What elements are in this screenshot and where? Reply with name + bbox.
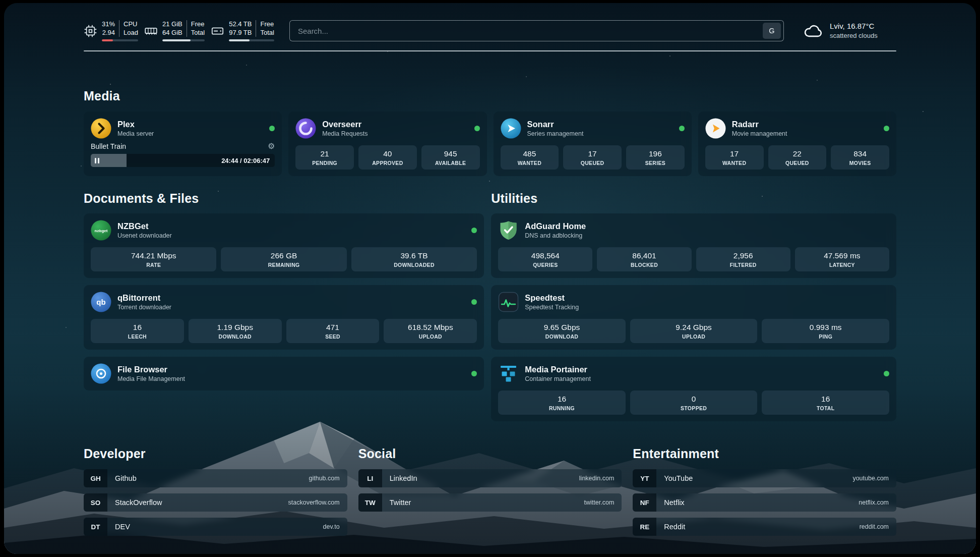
- bookmarks-entertainment: Entertainment YT YouTube youtube.com NF …: [633, 447, 896, 536]
- bookmark-name: Netflix: [656, 493, 684, 512]
- section-title-developer: Developer: [84, 447, 347, 461]
- playback-time: 24:44 / 02:06:47: [221, 157, 270, 164]
- bookmark-netflix[interactable]: NF Netflix netflix.com: [633, 493, 896, 512]
- bookmark-name: YouTube: [656, 469, 693, 487]
- app-name: Media Portainer: [525, 364, 878, 375]
- app-card-adguard[interactable]: AdGuard Home DNS and adblocking 498,564Q…: [491, 213, 896, 278]
- bookmark-name: Github: [107, 469, 137, 487]
- bookmark-name: StackOverflow: [107, 493, 162, 512]
- sonarr-icon: [501, 118, 521, 139]
- bookmark-abbr: TW: [358, 493, 382, 512]
- app-subtitle: Media File Management: [117, 375, 465, 383]
- app-subtitle: DNS and adblocking: [525, 232, 889, 240]
- app-subtitle: Movie management: [732, 130, 878, 138]
- stat-box: 39.6 TBDOWNLOADED: [351, 247, 477, 271]
- app-card-qbittorrent[interactable]: qb qBittorrent Torrent downloader 16LEEC…: [84, 285, 484, 350]
- stat-box: 834MOVIES: [831, 145, 889, 170]
- stat-box: 744.21 MbpsRATE: [91, 247, 216, 271]
- app-subtitle: Usenet downloader: [117, 232, 465, 240]
- stat-box: 86,401BLOCKED: [597, 247, 691, 271]
- section-title-utilities: Utilities: [491, 191, 896, 206]
- bookmark-name: Twitter: [382, 493, 411, 512]
- app-card-sonarr[interactable]: Sonarr Series management 485WANTED 17QUE…: [494, 112, 692, 176]
- search-engine-button[interactable]: G: [763, 23, 781, 39]
- bookmark-twitter[interactable]: TW Twitter twitter.com: [358, 493, 622, 512]
- cpu-load: 2.94: [102, 29, 115, 37]
- cpu-icon: [84, 24, 97, 38]
- storage-total: 97.9 TB: [229, 29, 252, 37]
- memory-usage-bar: [162, 39, 205, 41]
- documents-column: Documents & Files nzbget NZBGet Usenet: [84, 191, 484, 421]
- cpu-monitor: 31% 2.94 CPU Load: [84, 20, 138, 41]
- header-divider: [84, 50, 896, 51]
- app-card-speedtest[interactable]: Speedtest Speedtest Tracking 9.65 GbpsDO…: [491, 285, 896, 350]
- stat-box: 21PENDING: [295, 145, 354, 170]
- status-dot: [471, 228, 477, 233]
- stat-box: 618.52 MbpsUPLOAD: [384, 319, 477, 343]
- app-name: Sonarr: [527, 119, 673, 130]
- bookmark-reddit[interactable]: RE Reddit reddit.com: [633, 518, 896, 536]
- bookmark-abbr: YT: [633, 469, 656, 487]
- app-card-filebrowser[interactable]: File Browser Media File Management: [84, 357, 484, 391]
- stat-box: 2,956FILTERED: [696, 247, 790, 271]
- bookmark-youtube[interactable]: YT YouTube youtube.com: [633, 469, 896, 487]
- utilities-column: Utilities AdGuard Home: [491, 191, 896, 421]
- bookmarks-social: Social LI LinkedIn linkedin.com TW Twitt…: [358, 447, 622, 536]
- section-title-social: Social: [358, 447, 622, 461]
- bookmark-url: youtube.com: [852, 469, 896, 487]
- app-card-nzbget[interactable]: nzbget NZBGet Usenet downloader 744.21 M…: [84, 213, 484, 278]
- status-dot: [884, 371, 889, 376]
- bookmark-github[interactable]: GH Github github.com: [84, 469, 347, 487]
- status-dot: [269, 126, 275, 131]
- weather-condition: scattered clouds: [830, 31, 878, 40]
- app-card-overseerr[interactable]: Overseerr Media Requests 21PENDING 40APP…: [288, 112, 486, 176]
- bookmark-url: reddit.com: [860, 518, 896, 536]
- settings-gear-icon[interactable]: ⚙: [268, 142, 275, 150]
- stat-box: 9.24 GbpsUPLOAD: [630, 319, 758, 343]
- adguard-icon: [498, 220, 519, 241]
- bookmark-abbr: DT: [84, 518, 107, 536]
- bookmark-url: dev.to: [323, 518, 347, 536]
- bookmark-linkedin[interactable]: LI LinkedIn linkedin.com: [358, 469, 622, 487]
- nzbget-icon: nzbget: [91, 220, 111, 241]
- stat-box: 9.65 GbpsDOWNLOAD: [498, 319, 626, 343]
- stat-box: 16LEECH: [91, 319, 184, 343]
- qbittorrent-icon: qb: [91, 292, 111, 312]
- app-subtitle: Series management: [527, 130, 673, 138]
- now-playing-title: Bullet Train: [91, 142, 268, 150]
- app-name: File Browser: [117, 364, 465, 375]
- search-input[interactable]: [298, 27, 763, 35]
- weather-location-temp: Lviv, 16.87°C: [830, 21, 878, 31]
- status-dot: [471, 371, 477, 376]
- pause-button[interactable]: [95, 158, 99, 163]
- svg-text:nzbget: nzbget: [95, 229, 108, 233]
- bookmark-abbr: NF: [633, 493, 656, 512]
- stat-box: 196SERIES: [626, 145, 685, 170]
- cpu-label2: Load: [124, 29, 138, 37]
- app-card-plex[interactable]: Plex Media server Bullet Train ⚙ 24:44 /…: [84, 112, 282, 176]
- app-name: NZBGet: [117, 221, 465, 232]
- dashboard-window: 31% 2.94 CPU Load: [4, 3, 976, 554]
- stat-box: 471SEED: [286, 319, 380, 343]
- bookmark-dev[interactable]: DT DEV dev.to: [84, 518, 347, 536]
- media-grid: Plex Media server Bullet Train ⚙ 24:44 /…: [84, 112, 896, 176]
- app-card-portainer[interactable]: Media Portainer Container management 16R…: [491, 357, 896, 421]
- app-subtitle: Speedtest Tracking: [525, 303, 889, 312]
- playback-progress-bar[interactable]: 24:44 / 02:06:47: [91, 154, 275, 167]
- bookmark-url: stackoverflow.com: [288, 493, 347, 512]
- cloud-icon: [803, 21, 823, 41]
- stat-box: 40APPROVED: [358, 145, 417, 170]
- cpu-percent: 31%: [102, 20, 115, 29]
- memory-label2: Total: [191, 29, 205, 37]
- section-title-entertainment: Entertainment: [633, 447, 896, 461]
- bookmark-abbr: SO: [84, 493, 107, 512]
- section-title-documents: Documents & Files: [84, 191, 484, 206]
- bookmark-url: linkedin.com: [579, 469, 622, 487]
- bookmark-name: DEV: [107, 518, 130, 536]
- search-bar[interactable]: G: [289, 20, 784, 41]
- disk-icon: [211, 24, 224, 38]
- app-card-radarr[interactable]: Radarr Movie management 17WANTED 22QUEUE…: [698, 112, 896, 176]
- plex-icon: [91, 118, 111, 139]
- bookmark-stackoverflow[interactable]: SO StackOverflow stackoverflow.com: [84, 493, 347, 512]
- stat-box: 498,564QUERIES: [498, 247, 592, 271]
